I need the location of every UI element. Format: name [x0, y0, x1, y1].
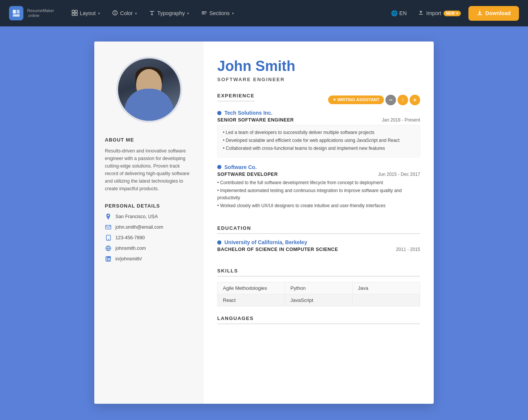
role-1: SOFTWARE DEVELOPER [217, 172, 278, 177]
about-section: ABOUT ME Results-driven and innovative s… [105, 137, 193, 192]
new-badge: NEW ✦ [444, 11, 461, 16]
web-icon [105, 245, 112, 252]
school-dot-0 [217, 240, 221, 245]
bullet-1-0: • Contributed to the full software devel… [217, 179, 420, 186]
bullet-1-2: • Worked closely with UX/UI designers to… [217, 202, 420, 209]
svg-point-11 [108, 239, 108, 240]
location-icon [105, 213, 112, 220]
dot-icon-0 [217, 111, 221, 115]
typography-icon [149, 10, 155, 17]
plus-button[interactable]: + [410, 95, 420, 105]
languages-title: LANGUAGES [217, 315, 420, 324]
left-panel: ABOUT ME Results-driven and innovative s… [94, 42, 204, 404]
right-panel: John Smith SOFTWARE ENGINEER EXPERIENCE … [204, 42, 434, 404]
experience-header: EXPERIENCE ✦ WRITING ASSISTANT − ↑ + [217, 93, 420, 107]
svg-rect-9 [106, 225, 111, 229]
personal-phone: 123-456-7890 [105, 234, 193, 241]
bullets-1: • Contributed to the full software devel… [217, 179, 420, 210]
download-icon [477, 10, 483, 17]
skills-title: SKILLS [217, 268, 420, 277]
skills-section: SKILLS Agile Methodologies Python Java R… [217, 268, 420, 306]
about-title: ABOUT ME [105, 137, 193, 143]
personal-linkedin: in/johnsmith/ [105, 255, 193, 262]
nav-item-color[interactable]: Color ▾ [107, 7, 142, 20]
experience-section: EXPERIENCE ✦ WRITING ASSISTANT − ↑ + T [217, 93, 420, 216]
svg-rect-6 [75, 13, 77, 15]
globe-icon: 🌐 [391, 10, 398, 16]
skills-row-0: Agile Methodologies Python Java [218, 282, 420, 294]
svg-rect-4 [75, 10, 77, 12]
education-item-0: University of California, Berkeley BACHE… [217, 239, 420, 252]
skills-row-1: React JavaScript [218, 294, 420, 306]
email-icon [105, 224, 112, 231]
education-section: EDUCATION University of California, Berk… [217, 225, 420, 259]
skill-1-1: JavaScript [285, 294, 353, 306]
job-title: SOFTWARE ENGINEER [217, 77, 420, 82]
layout-chevron-icon: ▾ [98, 11, 100, 15]
nav-item-layout[interactable]: Layout ▾ [66, 7, 105, 20]
sections-chevron-icon: ▾ [232, 11, 234, 15]
up-button[interactable]: ↑ [398, 95, 408, 105]
web-value: johnsmith.com [115, 246, 146, 251]
avatar-wrapper [105, 57, 193, 126]
role-0: SENIOR SOFTWARE ENGINEER [217, 117, 294, 123]
svg-rect-3 [72, 10, 74, 12]
nav-menu: Layout ▾ Color ▾ Typography ▾ [66, 7, 384, 20]
writing-assistant-button[interactable]: ✦ WRITING ASSISTANT [328, 95, 384, 104]
skill-1-2 [353, 294, 420, 306]
bullets-0: • Led a team of developers to successful… [217, 125, 420, 157]
color-icon [112, 10, 118, 17]
download-button[interactable]: Download [468, 6, 519, 21]
edu-dates-0: 2011 - 2015 [396, 247, 420, 252]
svg-rect-14 [106, 258, 107, 261]
company-1: Software Co. [217, 164, 420, 170]
name-title-section: John Smith SOFTWARE ENGINEER [217, 58, 420, 82]
logo[interactable]: ResumeMaker .online [9, 6, 54, 20]
skill-1-0: React [218, 294, 285, 306]
full-name: John Smith [217, 58, 420, 74]
personal-section: PERSONAL DETAILS San Francisco, USA [105, 203, 193, 262]
personal-email: john.smith@email.com [105, 224, 193, 231]
sections-icon [201, 10, 207, 17]
navbar: ResumeMaker .online Layout ▾ [0, 0, 528, 26]
typography-chevron-icon: ▾ [187, 11, 189, 15]
phone-icon [105, 234, 112, 241]
bullet-0-1: • Developed scalable and efficient code … [223, 137, 414, 144]
svg-rect-0 [13, 10, 16, 14]
color-chevron-icon: ▾ [135, 11, 137, 15]
personal-web: johnsmith.com [105, 245, 193, 252]
avatar-body [124, 89, 173, 123]
email-value: john.smith@email.com [115, 225, 163, 230]
avatar-person [118, 58, 180, 121]
resume-card: ABOUT ME Results-driven and innovative s… [94, 42, 434, 404]
edu-role-row-0: BACHELOR OF SCIENCE IN COMPUTER SCIENCE … [217, 247, 420, 252]
navbar-right: 🌐 EN Import NEW ✦ Download [387, 6, 519, 21]
lang-button[interactable]: 🌐 EN [387, 8, 410, 18]
logo-icon [9, 6, 23, 20]
skill-0-2: Java [353, 282, 420, 294]
skill-0-1: Python [285, 282, 353, 294]
languages-section: LANGUAGES [217, 315, 420, 329]
dates-1: Jun 2015 - Dec 2017 [378, 172, 420, 177]
role-row-0: SENIOR SOFTWARE ENGINEER Jan 2018 - Pres… [217, 117, 420, 123]
svg-rect-1 [17, 10, 20, 14]
bullet-0-2: • Collaborated with cross-functional tea… [223, 145, 414, 152]
nav-item-sections[interactable]: Sections ▾ [196, 7, 239, 20]
bullet-0-0: • Led a team of developers to successful… [223, 129, 414, 136]
import-button[interactable]: Import NEW ✦ [414, 8, 465, 19]
minus-button[interactable]: − [385, 95, 396, 105]
skill-0-0: Agile Methodologies [218, 282, 285, 294]
linkedin-icon [105, 255, 112, 262]
phone-value: 123-456-7890 [115, 235, 145, 240]
personal-location: San Francisco, USA [105, 213, 193, 220]
skills-table: Agile Methodologies Python Java React Ja… [217, 282, 420, 306]
writing-tools: ✦ WRITING ASSISTANT − ↑ + [328, 95, 420, 105]
logo-text: ResumeMaker .online [27, 8, 54, 18]
svg-rect-8 [206, 12, 207, 13]
svg-rect-2 [13, 14, 20, 17]
layout-icon [72, 10, 78, 17]
avatar [116, 57, 182, 123]
linkedin-value: in/johnsmith/ [115, 256, 142, 262]
dot-icon-1 [217, 165, 221, 169]
nav-item-typography[interactable]: Typography ▾ [144, 7, 194, 20]
